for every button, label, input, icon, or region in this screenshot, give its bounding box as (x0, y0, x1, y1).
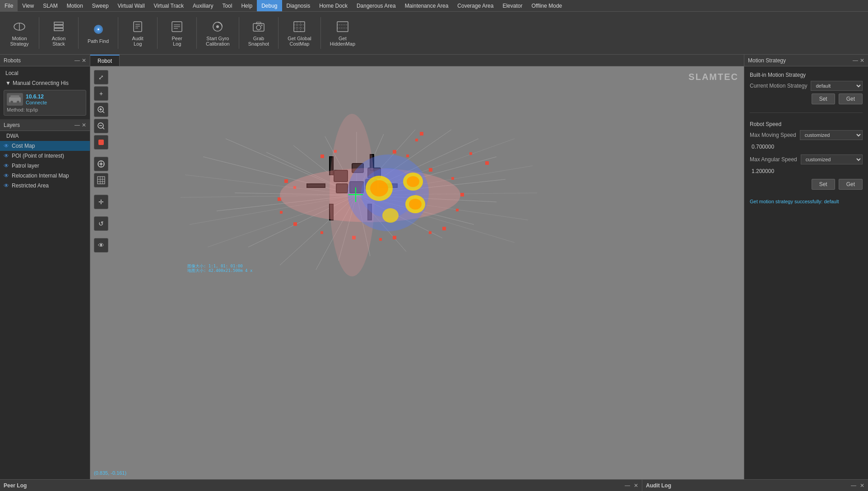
max-angular-speed-label: Max Angular Speed (750, 156, 797, 163)
svg-rect-117 (469, 152, 472, 155)
main-layout: Robots — ✕ Local ▼ Manual Connecting His (0, 55, 868, 479)
layer-item-dwa[interactable]: DWA (0, 131, 90, 141)
menu-virtual-wall[interactable]: Virtual Wall (113, 0, 149, 11)
menu-help[interactable]: Help (237, 0, 257, 11)
layer-item-relocation-internal-map[interactable]: 👁 Relocation Internal Map (0, 171, 90, 181)
gyro-icon (210, 19, 225, 34)
layer-eye-icon[interactable]: 👁 (4, 163, 9, 169)
map-zoom-in-btn[interactable] (94, 103, 108, 117)
svg-point-124 (370, 180, 388, 196)
map-expand-btn[interactable]: ⤢ (94, 70, 108, 84)
menu-auxiliary[interactable]: Auxiliary (188, 0, 218, 11)
menu-file[interactable]: File (0, 0, 18, 11)
snapshot-icon (251, 19, 266, 34)
max-angular-speed-type-select[interactable]: customized (801, 154, 863, 164)
audit-log-close[interactable]: ✕ (860, 482, 864, 489)
strategy-set-btn[interactable]: Set (812, 94, 835, 104)
robots-panel-close[interactable]: ✕ (82, 57, 86, 64)
menu-motion[interactable]: Motion (62, 0, 88, 11)
layer-item-restricted-area[interactable]: 👁 Restricted Area (0, 181, 90, 191)
layers-content: DWA 👁 Cost Map 👁 POI (Point of Interest)… (0, 131, 90, 191)
menu-diagnosis[interactable]: Diagnosis (282, 0, 315, 11)
map-zoom-out-btn[interactable] (94, 119, 108, 133)
menu-dangerous-area[interactable]: Dangerous Area (352, 0, 400, 11)
layers-panel-close[interactable]: ✕ (82, 122, 86, 128)
action-stack-btn[interactable]: ActionStack (43, 15, 74, 51)
group-label[interactable]: ▼ Manual Connecting His (2, 78, 88, 88)
map-add-btn[interactable]: + (94, 86, 108, 101)
robot-tab[interactable]: Robot (90, 55, 120, 66)
audit-log-btn[interactable]: AuditLog (122, 15, 153, 51)
peer-log-minimize[interactable]: — (625, 482, 630, 489)
svg-rect-102 (429, 168, 432, 172)
svg-rect-46 (97, 177, 105, 184)
menu-home-dock[interactable]: Home Dock (315, 0, 352, 11)
layers-panel-minimize[interactable]: — (74, 122, 80, 128)
peer-log-close[interactable]: ✕ (634, 482, 638, 489)
map-stop-btn[interactable] (94, 135, 108, 150)
menu-slam[interactable]: SLAM (38, 0, 62, 11)
grab-snapshot-btn[interactable]: GrabSnapshot (243, 15, 274, 51)
menu-debug[interactable]: Debug (257, 0, 282, 11)
svg-rect-118 (485, 161, 489, 165)
layer-item-poi-(point-of-interest)[interactable]: 👁 POI (Point of Interest) (0, 151, 90, 161)
menu-virtual-track[interactable]: Virtual Track (149, 0, 188, 11)
robots-panel-minimize[interactable]: — (74, 57, 80, 64)
peer-log-panel: Peer Log — ✕ Filter setting default Load… (0, 480, 642, 491)
map-coords: (0.835, -0.161) (94, 470, 126, 476)
layer-item-patrol-layer[interactable]: 👁 Patrol layer (0, 161, 90, 171)
path-find-btn[interactable]: Path Find (82, 15, 114, 51)
audit-log-panel: Audit Log — ✕ Get Log Load Log Save Log … (642, 480, 868, 491)
svg-point-32 (10, 101, 13, 103)
menu-elevator[interactable]: Elevator (498, 0, 527, 11)
motion-strategy-icon (12, 19, 27, 34)
layer-eye-icon[interactable]: 👁 (4, 143, 9, 149)
svg-rect-3 (54, 25, 63, 28)
menu-offline-mode[interactable]: Offline Mode (527, 0, 566, 11)
layer-item-cost-map[interactable]: 👁 Cost Map (0, 141, 90, 151)
map-tab-bar: Robot (90, 55, 744, 66)
map-location-btn[interactable] (94, 157, 108, 171)
menu-view[interactable]: View (18, 0, 38, 11)
motion-strategy-btn[interactable]: MotionStrategy (4, 15, 35, 51)
get-global-costmap-btn[interactable]: Get GlobalCostMap (282, 15, 317, 51)
toolbar-sep-2 (78, 17, 79, 49)
speed-set-btn[interactable]: Set (812, 179, 835, 190)
layer-eye-icon[interactable]: 👁 (4, 153, 9, 159)
max-moving-speed-label: Max Moving Speed (750, 132, 796, 138)
menu-sweep[interactable]: Sweep (88, 0, 113, 11)
map-eye-btn[interactable]: 👁 (94, 238, 108, 253)
motion-status-text: Get motion strategy successfully: defaul… (750, 199, 863, 204)
max-moving-speed-type-select[interactable]: customized (800, 130, 863, 140)
menu-maintenance-area[interactable]: Maintenance Area (400, 0, 453, 11)
robot-card[interactable]: 10.6.12 Connecte Method: tcp/ip (4, 90, 86, 116)
menu-coverage-area[interactable]: Coverage Area (453, 0, 498, 11)
svg-point-17 (216, 25, 219, 28)
menu-tool[interactable]: Tool (218, 0, 237, 11)
current-strategy-select[interactable]: default (811, 81, 863, 91)
get-hiddenmap-btn[interactable]: GetHiddenMap (325, 15, 361, 51)
svg-point-33 (17, 101, 19, 103)
audit-log-minimize[interactable]: — (851, 482, 856, 489)
strategy-btn-row: Set Get (750, 94, 863, 104)
current-strategy-row: Current Motion Strategy default (750, 81, 863, 91)
svg-point-7 (97, 28, 99, 30)
layer-eye-icon[interactable]: 👁 (4, 173, 9, 179)
layer-eye-icon[interactable]: 👁 (4, 182, 9, 189)
menu-bar: File View SLAM Motion Sweep Virtual Wall… (0, 0, 868, 12)
speed-get-btn[interactable]: Get (839, 179, 863, 190)
motion-panel-minimize[interactable]: — (853, 57, 858, 64)
hiddenmap-icon (335, 19, 350, 34)
motion-panel-close[interactable]: ✕ (860, 57, 864, 64)
svg-text:地图大小: 42.400x21.500m 4 x: 地图大小: 42.400x21.500m 4 x (187, 268, 253, 273)
map-rotate-btn[interactable]: ↺ (94, 216, 108, 231)
center-area: Robot ⤢ + (90, 55, 744, 479)
peer-log-btn[interactable]: PeerLog (161, 15, 193, 51)
group-name: Manual Connecting His (13, 80, 69, 86)
map-move-btn[interactable]: ✛ (94, 195, 108, 209)
toolbar-sep-1 (39, 17, 39, 49)
strategy-get-btn[interactable]: Get (839, 94, 863, 104)
start-gyro-btn[interactable]: Start GyroCalibration (200, 15, 235, 51)
map-grid-btn[interactable] (94, 173, 108, 187)
map-view[interactable]: ⤢ + ✛ (90, 66, 744, 479)
